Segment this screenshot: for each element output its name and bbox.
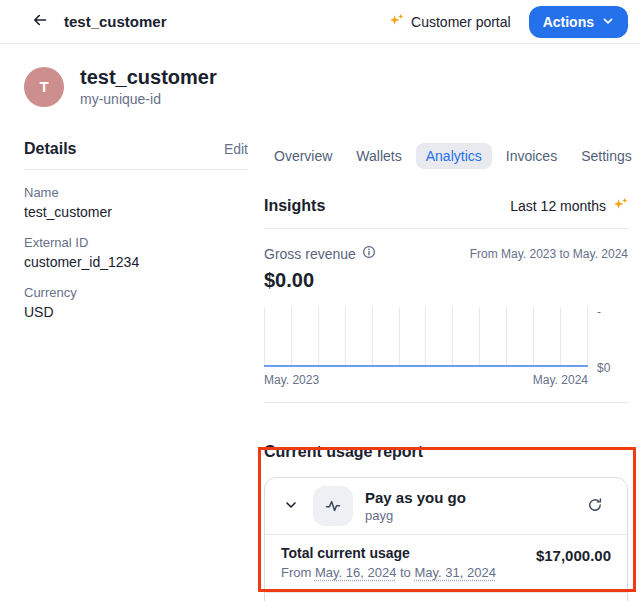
period-join: to <box>396 565 414 580</box>
plan-code: payg <box>365 508 466 523</box>
actions-button[interactable]: Actions <box>529 6 628 38</box>
topbar-title: test_customer <box>64 13 167 30</box>
avatar: T <box>24 67 64 107</box>
gross-revenue-label-group: Gross revenue <box>264 245 376 262</box>
period-selector[interactable]: Last 12 months <box>510 197 628 215</box>
period-date-to[interactable]: May. 31, 2024 <box>414 565 495 580</box>
tab-settings[interactable]: Settings <box>571 143 640 169</box>
x-tick-start: May. 2023 <box>264 373 319 387</box>
usage-report-title: Current usage report <box>264 443 628 461</box>
customer-portal-label: Customer portal <box>411 14 511 30</box>
gross-revenue-row: Gross revenue From May. 2023 to May. 202… <box>264 245 628 262</box>
customer-portal-link[interactable]: Customer portal <box>389 13 511 31</box>
gross-revenue-chart: May. 2023 May. 2024 - $0 <box>264 307 628 387</box>
tab-overview[interactable]: Overview <box>264 143 342 169</box>
chart-plot-area: May. 2023 May. 2024 <box>264 307 588 387</box>
refresh-icon <box>587 497 603 516</box>
gross-revenue-value: $0.00 <box>264 269 628 292</box>
field-value: test_customer <box>24 204 248 220</box>
field-label: External ID <box>24 235 248 250</box>
x-tick-end: May. 2024 <box>533 373 588 387</box>
gross-revenue-label: Gross revenue <box>264 246 356 262</box>
y-tick-zero: $0 <box>597 361 610 375</box>
details-panel: Details Edit Name test_customer External… <box>24 141 248 601</box>
customer-header: T test_customer my-unique-id <box>24 66 628 107</box>
tab-wallets[interactable]: Wallets <box>346 143 411 169</box>
total-usage-text: Total current usage From May. 16, 2024 t… <box>281 545 496 580</box>
sparkles-icon <box>389 13 404 31</box>
tab-invoices[interactable]: Invoices <box>496 143 567 169</box>
topbar-right: Customer portal Actions <box>389 6 628 38</box>
period-prefix: From <box>281 565 315 580</box>
usage-item-row: Tokens openai_tokens <box>265 593 627 601</box>
usage-period: From May. 16, 2024 to May. 31, 2024 <box>281 565 496 580</box>
y-tick-max: - <box>597 305 601 319</box>
insights-title: Insights <box>264 197 325 215</box>
field-value: USD <box>24 304 248 320</box>
details-title: Details <box>24 140 76 158</box>
period-label: Last 12 months <box>510 198 606 214</box>
tab-bar: Overview Wallets Analytics Invoices Sett… <box>264 141 628 170</box>
chevron-down-icon <box>602 14 614 30</box>
refresh-button[interactable] <box>579 490 611 522</box>
field-currency: Currency USD <box>24 285 248 320</box>
field-label: Name <box>24 185 248 200</box>
topbar: test_customer Customer portal Actions <box>0 0 640 44</box>
main-content: T test_customer my-unique-id Details Edi… <box>0 66 640 601</box>
arrow-left-icon <box>32 12 48 31</box>
total-usage-row: Total current usage From May. 16, 2024 t… <box>265 535 627 592</box>
pulse-icon <box>313 486 353 526</box>
customer-unique-id: my-unique-id <box>80 91 217 107</box>
usage-card-header: Pay as you go payg <box>265 478 627 534</box>
field-value: customer_id_1234 <box>24 254 248 270</box>
main-panel: Overview Wallets Analytics Invoices Sett… <box>264 141 628 601</box>
chevron-down-icon <box>284 498 298 515</box>
customer-name: test_customer <box>80 66 217 88</box>
field-name: Name test_customer <box>24 185 248 220</box>
chart-y-labels: - $0 <box>588 307 628 387</box>
total-usage-amount: $17,000.00 <box>536 545 611 564</box>
info-icon[interactable] <box>362 245 376 262</box>
field-label: Currency <box>24 285 248 300</box>
tab-analytics[interactable]: Analytics <box>416 143 492 169</box>
divider <box>264 402 628 403</box>
actions-label: Actions <box>543 14 594 30</box>
back-button[interactable] <box>24 6 56 38</box>
plan-title-group: Pay as you go payg <box>365 489 466 523</box>
collapse-toggle[interactable] <box>281 496 301 516</box>
chart-gridlines <box>264 307 588 365</box>
insights-header: Insights Last 12 months <box>264 197 628 229</box>
chart-x-labels: May. 2023 May. 2024 <box>264 373 588 387</box>
total-usage-label: Total current usage <box>281 545 496 561</box>
chart-plot <box>264 307 588 367</box>
usage-card: Pay as you go payg Total current usage F… <box>264 477 628 601</box>
period-date-from[interactable]: May. 16, 2024 <box>315 565 396 580</box>
plan-name: Pay as you go <box>365 489 466 506</box>
field-external-id: External ID customer_id_1234 <box>24 235 248 270</box>
details-header: Details Edit <box>24 141 248 170</box>
chart-range-label: From May. 2023 to May. 2024 <box>470 245 628 261</box>
sparkles-icon <box>613 197 628 215</box>
customer-identity: test_customer my-unique-id <box>80 66 217 107</box>
topbar-left: test_customer <box>24 6 167 38</box>
edit-button[interactable]: Edit <box>224 141 248 157</box>
